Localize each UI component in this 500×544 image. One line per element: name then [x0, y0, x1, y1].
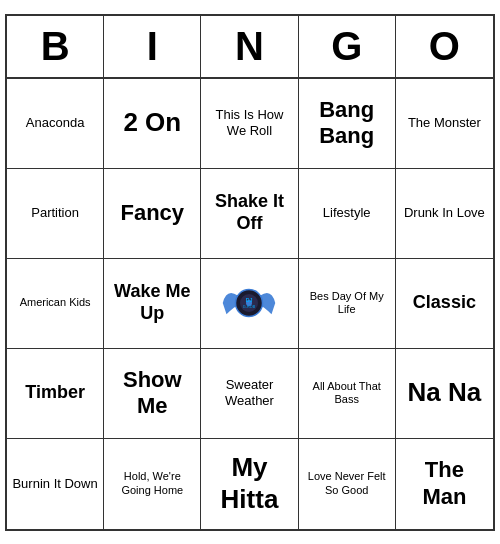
- cell-text-13: Bes Day Of My Life: [303, 290, 391, 316]
- cell-text-0: Anaconda: [26, 115, 85, 131]
- bingo-cell-14: Classic: [396, 259, 493, 349]
- bingo-cell-5: Partition: [7, 169, 104, 259]
- bingo-cell-20: Burnin It Down: [7, 439, 104, 529]
- bingo-cell-8: Lifestyle: [299, 169, 396, 259]
- svg-text:DJ: DJ: [246, 297, 253, 303]
- cell-text-9: Drunk In Love: [404, 205, 485, 221]
- bingo-cell-6: Fancy: [104, 169, 201, 259]
- cell-text-16: Show Me: [108, 367, 196, 420]
- cell-text-6: Fancy: [120, 200, 184, 226]
- bingo-cell-0: Anaconda: [7, 79, 104, 169]
- dj-logo: DJ G-ROB: [219, 273, 279, 333]
- bingo-card: BINGO Anaconda2 OnThis Is How We RollBan…: [5, 14, 495, 531]
- bingo-cell-2: This Is How We Roll: [201, 79, 298, 169]
- cell-text-20: Burnin It Down: [12, 476, 97, 492]
- bingo-letter-g: G: [299, 16, 396, 77]
- bingo-letter-n: N: [201, 16, 298, 77]
- bingo-letter-i: I: [104, 16, 201, 77]
- bingo-cell-15: Timber: [7, 349, 104, 439]
- cell-text-2: This Is How We Roll: [205, 107, 293, 138]
- cell-text-21: Hold, We're Going Home: [108, 470, 196, 496]
- svg-text:G-ROB: G-ROB: [243, 305, 256, 309]
- cell-text-24: The Man: [400, 457, 489, 510]
- cell-text-15: Timber: [25, 382, 85, 404]
- bingo-letter-o: O: [396, 16, 493, 77]
- cell-text-5: Partition: [31, 205, 79, 221]
- cell-text-23: Love Never Felt So Good: [303, 470, 391, 496]
- bingo-cell-19: Na Na: [396, 349, 493, 439]
- bingo-cell-7: Shake It Off: [201, 169, 298, 259]
- bingo-cell-22: My Hitta: [201, 439, 298, 529]
- cell-text-4: The Monster: [408, 115, 481, 131]
- bingo-cell-11: Wake Me Up: [104, 259, 201, 349]
- cell-text-7: Shake It Off: [205, 191, 293, 234]
- bingo-cell-21: Hold, We're Going Home: [104, 439, 201, 529]
- cell-text-1: 2 On: [123, 107, 181, 138]
- bingo-cell-16: Show Me: [104, 349, 201, 439]
- cell-text-14: Classic: [413, 292, 476, 314]
- cell-text-11: Wake Me Up: [108, 281, 196, 324]
- bingo-cell-3: Bang Bang: [299, 79, 396, 169]
- bingo-cell-12: DJ G-ROB: [201, 259, 298, 349]
- bingo-cell-13: Bes Day Of My Life: [299, 259, 396, 349]
- bingo-cell-18: All About That Bass: [299, 349, 396, 439]
- cell-text-18: All About That Bass: [303, 380, 391, 406]
- bingo-cell-9: Drunk In Love: [396, 169, 493, 259]
- cell-text-17: Sweater Weather: [205, 377, 293, 408]
- bingo-header: BINGO: [7, 16, 493, 79]
- bingo-cell-17: Sweater Weather: [201, 349, 298, 439]
- bingo-cell-23: Love Never Felt So Good: [299, 439, 396, 529]
- cell-text-22: My Hitta: [205, 452, 293, 514]
- cell-text-3: Bang Bang: [303, 97, 391, 150]
- bingo-cell-24: The Man: [396, 439, 493, 529]
- bingo-letter-b: B: [7, 16, 104, 77]
- cell-text-19: Na Na: [408, 377, 482, 408]
- cell-text-8: Lifestyle: [323, 205, 371, 221]
- bingo-grid: Anaconda2 OnThis Is How We RollBang Bang…: [7, 79, 493, 529]
- bingo-cell-1: 2 On: [104, 79, 201, 169]
- bingo-cell-4: The Monster: [396, 79, 493, 169]
- cell-text-10: American Kids: [20, 296, 91, 309]
- bingo-cell-10: American Kids: [7, 259, 104, 349]
